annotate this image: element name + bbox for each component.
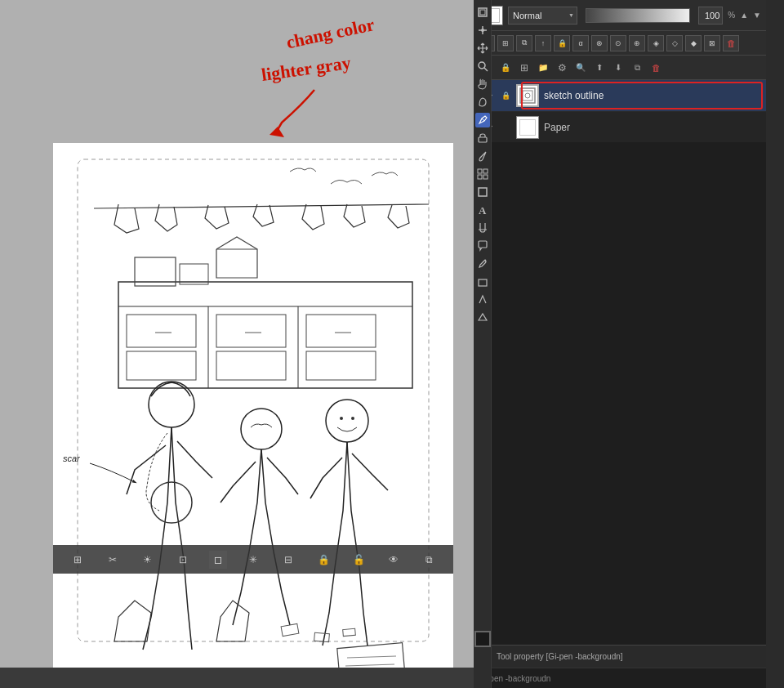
- canvas-tool-9[interactable]: 🔓: [350, 551, 368, 569]
- svg-rect-10: [216, 351, 286, 380]
- canvas-tool-3[interactable]: ☀: [139, 551, 157, 569]
- svg-rect-33: [480, 10, 485, 15]
- tool-hand[interactable]: [475, 77, 490, 92]
- foreground-color-swatch[interactable]: [474, 631, 491, 647]
- opacity-down-arrow[interactable]: ▼: [753, 11, 761, 20]
- layer-header-btn-duplicate2[interactable]: ⧉: [629, 60, 645, 76]
- toolbar-btn-flatten[interactable]: ⊙: [610, 35, 626, 51]
- blend-mode-dropdown[interactable]: Normal Multiply Screen Overlay: [508, 7, 577, 25]
- toolbar-btn-alpha[interactable]: α: [572, 35, 589, 51]
- layer-thumb-paper: [516, 116, 539, 139]
- toolbar-btn-merge[interactable]: ⊗: [591, 35, 608, 51]
- tool-brush[interactable]: [475, 149, 490, 163]
- toolbar-btn-filter[interactable]: ◇: [666, 35, 683, 51]
- layer-header-btn-lock[interactable]: 🔒: [497, 60, 514, 76]
- layer-header-btn-move-up[interactable]: ⬆: [591, 60, 608, 76]
- layer-header-btn-delete[interactable]: 🗑: [648, 60, 664, 76]
- tool-select[interactable]: [475, 5, 490, 20]
- tool-move[interactable]: [475, 41, 490, 56]
- tool-eraser[interactable]: [475, 131, 490, 145]
- canvas-tool-5[interactable]: ◻: [209, 551, 227, 569]
- tool-property-text: Tool property [Gi-pen -backgroudn]: [497, 652, 623, 661]
- canvas-tool-2[interactable]: ✂: [104, 551, 122, 569]
- toolbar-btn-ref[interactable]: ⊕: [629, 35, 645, 51]
- annotation-text1: chang color: [284, 14, 376, 52]
- canvas-tool-1[interactable]: ⊞: [69, 551, 87, 569]
- opacity-percent: %: [728, 11, 735, 20]
- annotation-area: chang color lighter gray: [0, 0, 474, 143]
- top-toolbar-row1: Normal Multiply Screen Overlay 100 % ▲ ▼: [474, 0, 766, 31]
- layer-header-btn-search[interactable]: 🔍: [572, 60, 589, 76]
- canvas-tool-10[interactable]: 👁: [385, 551, 403, 569]
- opacity-up-arrow[interactable]: ▲: [740, 11, 748, 20]
- annotation-text2: lighter gray: [260, 52, 352, 85]
- svg-rect-39: [483, 169, 488, 173]
- canvas-tool-6[interactable]: ✳: [244, 551, 262, 569]
- tool-shape[interactable]: [475, 275, 490, 289]
- tool-property-bar: Tool property [Gi-pen -backgroudn]: [474, 645, 766, 668]
- svg-point-20: [340, 417, 343, 420]
- toolbar-btn-lock[interactable]: 🔒: [554, 35, 570, 51]
- canvas-bottom-toolbar: ⊞ ✂ ☀ ⊡ ◻ ✳ ⊟ 🔒 🔓 👁 ⧉: [53, 545, 453, 574]
- canvas-status-bar: [0, 668, 474, 688]
- svg-rect-38: [478, 169, 482, 173]
- canvas-tool-7[interactable]: ⊟: [279, 551, 297, 569]
- layer-lock-sketch[interactable]: 🔒: [500, 90, 511, 101]
- tool-text[interactable]: A: [475, 203, 490, 217]
- layer-header-btn-move-down[interactable]: ⬇: [610, 60, 626, 76]
- layer-item-sketch-outline[interactable]: 👁 🔒 sketch outline: [474, 80, 766, 111]
- svg-rect-40: [478, 175, 482, 179]
- tool-fill[interactable]: [475, 221, 490, 235]
- opacity-slider[interactable]: [586, 8, 690, 23]
- layer-name-paper: Paper: [544, 122, 760, 133]
- canvas-area: scar chang color lighter gray ⊞ ✂ ☀ ⊡ ◻ …: [0, 0, 474, 688]
- svg-rect-8: [306, 315, 376, 347]
- layer-header-btn-settings[interactable]: ⚙: [554, 60, 570, 76]
- canvas-tool-4[interactable]: ⊡: [174, 551, 192, 569]
- drawing-canvas: scar: [53, 143, 453, 674]
- tool-transform[interactable]: [475, 23, 490, 38]
- tool-transform2[interactable]: [475, 310, 490, 325]
- toolbar-btn-fill2[interactable]: ◆: [685, 35, 702, 51]
- svg-rect-9: [127, 351, 196, 380]
- layer-item-paper[interactable]: 👁 Paper: [474, 111, 766, 142]
- svg-line-1: [94, 204, 429, 208]
- tool-path[interactable]: [475, 293, 490, 307]
- top-toolbar-row2: ⊡ ⊞ ⧉ ↑ 🔒 α ⊗ ⊙ ⊕ ◈ ◇ ◆ ⊠ 🗑: [474, 31, 766, 56]
- svg-rect-23: [314, 632, 330, 642]
- svg-point-48: [525, 93, 530, 98]
- toolbar-btn-color[interactable]: ◈: [648, 35, 664, 51]
- svg-rect-6: [127, 315, 196, 347]
- layer-header-btn-add[interactable]: ⊞: [516, 60, 532, 76]
- toolbar-btn-move-up[interactable]: ↑: [535, 35, 551, 51]
- svg-line-27: [345, 664, 394, 666]
- opacity-input[interactable]: 100: [698, 7, 723, 25]
- toolbar-btn-group[interactable]: ⧉: [516, 35, 532, 51]
- blend-mode-selector[interactable]: Normal Multiply Screen Overlay: [508, 7, 577, 25]
- layer-panel-header: 👁 🔒 ⊞ 📁 ⚙ 🔍 ⬆ ⬇ ⧉ 🗑: [474, 56, 766, 80]
- tool-zoom[interactable]: [475, 59, 490, 74]
- canvas-tool-8[interactable]: 🔒: [314, 551, 332, 569]
- toolbar-btn-duplicate[interactable]: ⊞: [497, 35, 514, 51]
- tool-pen[interactable]: [475, 113, 490, 127]
- svg-marker-31: [270, 127, 284, 137]
- annotation-svg: chang color lighter gray: [0, 0, 474, 143]
- toolbar-btn-delete[interactable]: 🗑: [723, 35, 739, 51]
- svg-rect-45: [479, 279, 487, 286]
- layer-header-btn-folder[interactable]: 📁: [535, 60, 551, 76]
- tool-frame[interactable]: [475, 185, 490, 199]
- svg-rect-7: [216, 315, 286, 347]
- svg-rect-47: [523, 91, 532, 101]
- canvas-tool-11[interactable]: ⧉: [420, 551, 438, 569]
- svg-text:scar: scar: [63, 453, 81, 463]
- tool-eyedropper[interactable]: [475, 257, 490, 271]
- svg-rect-24: [343, 628, 356, 636]
- tool-contour[interactable]: [475, 95, 490, 109]
- toolbar-btn-copy[interactable]: ⊠: [704, 35, 720, 51]
- svg-point-35: [479, 62, 485, 69]
- tool-pattern[interactable]: [475, 167, 490, 181]
- svg-point-34: [481, 29, 484, 32]
- svg-rect-11: [306, 351, 376, 380]
- tool-speech[interactable]: [475, 239, 490, 253]
- sketch-drawing: scar: [53, 143, 453, 674]
